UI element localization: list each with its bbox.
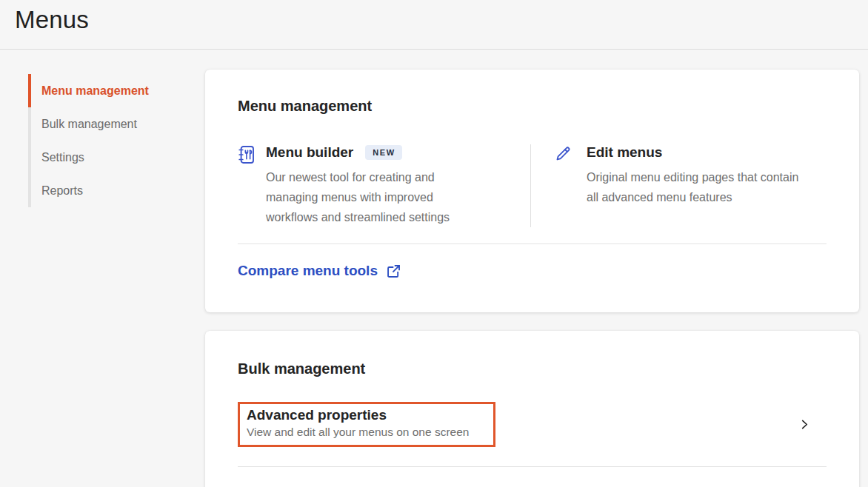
advanced-properties-title: Advanced properties xyxy=(247,407,489,423)
bulk-management-card: Bulk management Advanced properties View… xyxy=(205,331,859,487)
sidebar: Menu management Bulk management Settings… xyxy=(0,50,205,207)
page-layout: Menu management Bulk management Settings… xyxy=(0,50,868,487)
list-divider xyxy=(238,466,827,467)
compare-menu-tools-link[interactable]: Compare menu tools xyxy=(238,263,401,279)
sidebar-item-reports[interactable]: Reports xyxy=(28,174,205,207)
menu-builder-description: Our newest tool for creating and managin… xyxy=(266,167,484,227)
menu-builder-title: Menu builder xyxy=(266,144,353,161)
edit-menus-text: Edit menus Original menu editing pages t… xyxy=(587,144,810,207)
sidebar-item-bulk-management[interactable]: Bulk management xyxy=(28,107,205,141)
card-title: Bulk management xyxy=(238,360,827,377)
page-title: Menus xyxy=(0,0,868,34)
advanced-properties-row[interactable]: Advanced properties View and edit all yo… xyxy=(238,402,827,447)
advanced-properties-description: View and edit all your menus on one scre… xyxy=(247,426,489,439)
menu-tools-row: Menu builder NEW Our newest tool for cre… xyxy=(238,144,827,227)
edit-menus-description: Original menu editing pages that contain… xyxy=(587,167,810,207)
compare-menu-tools-label: Compare menu tools xyxy=(238,263,378,279)
sidebar-item-label: Bulk management xyxy=(41,118,137,131)
sidebar-item-label: Reports xyxy=(41,184,83,198)
pencil-icon xyxy=(554,145,572,164)
main-content: Menu management xyxy=(205,70,859,487)
menu-book-icon xyxy=(238,145,256,164)
sidebar-item-label: Settings xyxy=(41,151,84,164)
card-divider xyxy=(238,243,827,244)
sidebar-item-settings[interactable]: Settings xyxy=(28,141,205,174)
external-link-icon xyxy=(386,263,401,279)
menu-builder-text: Menu builder NEW Our newest tool for cre… xyxy=(266,144,484,227)
annotation-highlight-box: Advanced properties View and edit all yo… xyxy=(238,402,495,447)
chevron-right-icon xyxy=(799,419,810,430)
sidebar-item-label: Menu management xyxy=(41,84,149,98)
menu-builder-tile[interactable]: Menu builder NEW Our newest tool for cre… xyxy=(238,144,531,227)
edit-menus-tile[interactable]: Edit menus Original menu editing pages t… xyxy=(531,144,810,227)
sidebar-item-menu-management[interactable]: Menu management xyxy=(28,74,205,107)
menu-management-card: Menu management xyxy=(205,70,859,312)
new-badge: NEW xyxy=(365,145,401,160)
edit-menus-title: Edit menus xyxy=(587,144,662,161)
card-title: Menu management xyxy=(238,98,827,115)
